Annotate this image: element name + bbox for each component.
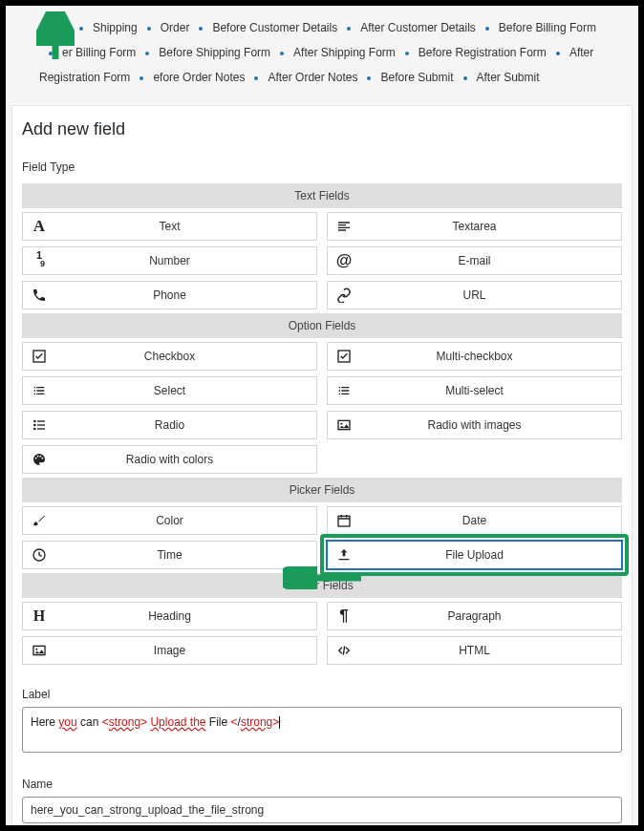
field-type-checkbox[interactable]: Checkbox <box>22 342 317 371</box>
field-type-paragraph[interactable]: ¶Paragraph <box>327 602 622 630</box>
category-header-picker-fields: Picker Fields <box>22 478 622 502</box>
app-window: BillingShippingOrderBefore Customer Deta… <box>6 6 638 825</box>
field-type-grid: Text FieldsATextTextarea19Number@E-mailP… <box>22 183 622 665</box>
tab-separator <box>79 27 83 31</box>
tab-after-shipping-form[interactable]: After Shipping Form <box>293 46 396 59</box>
name-section-title: Name <box>22 770 622 797</box>
fileupload-icon <box>328 547 360 563</box>
tab-separator <box>347 27 351 31</box>
field-type-label: Number <box>55 254 316 267</box>
tab-separator <box>199 27 203 31</box>
field-type-label: Paragraph <box>360 609 621 623</box>
tab-before-customer-details[interactable]: Before Customer Details <box>212 21 337 34</box>
name-input[interactable] <box>22 797 622 823</box>
number-icon: 19 <box>23 249 55 272</box>
field-type-label: Time <box>55 548 316 562</box>
tab-after-order-notes[interactable]: After Order Notes <box>268 71 357 84</box>
tab-before-registration-form[interactable]: Before Registration Form <box>419 46 547 59</box>
category-header-text-fields: Text Fields <box>22 183 622 208</box>
svg-point-14 <box>41 458 43 459</box>
field-type-label: Image <box>55 644 316 657</box>
select-icon <box>23 383 55 398</box>
field-type-label: File Upload <box>360 548 621 562</box>
tab-after-submit[interactable]: After Submit <box>477 71 540 84</box>
tab-separator <box>367 76 371 80</box>
svg-point-5 <box>33 424 36 427</box>
field-type-label: Heading <box>55 609 316 623</box>
category-header-option-fields: Option Fields <box>22 313 622 338</box>
radio-icon <box>23 417 55 433</box>
field-type-number[interactable]: 19Number <box>22 246 317 275</box>
category-grid: HHeading¶ParagraphImageHTML <box>22 602 622 665</box>
tab-separator <box>280 52 284 55</box>
url-icon <box>328 288 360 303</box>
tab-efore-order-notes[interactable]: efore Order Notes <box>153 71 245 84</box>
tab-separator <box>49 52 53 55</box>
tab-shipping[interactable]: Shipping <box>93 21 138 34</box>
field-type-radiocolor[interactable]: Radio with colors <box>22 445 317 474</box>
date-icon <box>328 513 360 528</box>
svg-point-18 <box>35 649 37 650</box>
tab-separator <box>140 76 143 80</box>
tab-order[interactable]: Order <box>161 21 190 34</box>
field-type-label: E-mail <box>360 254 621 267</box>
field-type-select[interactable]: Select <box>22 376 317 405</box>
field-type-html[interactable]: HTML <box>327 636 622 665</box>
field-type-image[interactable]: Image <box>22 636 317 665</box>
field-type-label: Phone <box>55 288 316 302</box>
field-type-fileupload[interactable]: File Upload <box>327 541 622 569</box>
multicheckbox-icon <box>328 349 360 364</box>
tab-bar: BillingShippingOrderBefore Customer Deta… <box>6 6 638 99</box>
field-type-label: HTML <box>360 644 621 657</box>
email-icon: @ <box>328 251 360 270</box>
tab-separator <box>463 76 467 80</box>
field-type-time[interactable]: Time <box>22 541 317 569</box>
tab-after-customer-details[interactable]: After Customer Details <box>360 21 476 34</box>
field-type-label: Date <box>360 514 621 527</box>
field-type-textarea[interactable]: Textarea <box>327 212 622 241</box>
html-icon <box>328 643 360 658</box>
category-grid: ColorDateTimeFile Upload <box>22 506 622 569</box>
field-type-multiselect[interactable]: Multi-select <box>327 376 622 405</box>
add-field-panel: Add new field Field Type Text FieldsATex… <box>11 105 633 825</box>
time-icon <box>23 547 55 563</box>
radiocolor-icon <box>23 452 55 467</box>
category-grid: CheckboxMulti-checkboxSelectMulti-select… <box>22 342 622 474</box>
field-type-label: Multi-select <box>360 384 621 397</box>
tab-billing[interactable]: Billing <box>39 21 70 34</box>
field-type-radio[interactable]: Radio <box>22 411 317 439</box>
field-type-heading[interactable]: HHeading <box>22 602 317 630</box>
tab-separator <box>254 76 258 80</box>
label-section-title: Label <box>22 680 622 707</box>
tab-separator <box>405 52 409 55</box>
tab-er-billing-form[interactable]: er Billing Form <box>62 46 136 59</box>
svg-point-7 <box>33 428 36 431</box>
svg-rect-15 <box>338 516 350 526</box>
field-type-radioimg[interactable]: Radio with images <box>327 411 622 439</box>
label-input[interactable]: Here you can <strong> Upload the File </… <box>22 707 622 753</box>
field-type-date[interactable]: Date <box>327 506 622 535</box>
tab-separator <box>485 27 489 31</box>
image-icon <box>23 643 55 658</box>
category-grid: ATextTextarea19Number@E-mailPhoneURL <box>22 212 622 309</box>
heading-icon: H <box>23 607 55 625</box>
textarea-icon <box>328 219 360 234</box>
field-type-multicheckbox[interactable]: Multi-checkbox <box>327 342 622 371</box>
svg-rect-4 <box>37 420 45 421</box>
field-type-color[interactable]: Color <box>22 506 317 535</box>
field-type-email[interactable]: @E-mail <box>327 246 622 275</box>
tab-before-shipping-form[interactable]: Before Shipping Form <box>159 46 270 59</box>
phone-icon <box>23 288 55 303</box>
field-type-label: Select <box>55 384 316 397</box>
tab-before-billing-form[interactable]: Before Billing Form <box>499 21 596 34</box>
text-icon: A <box>23 217 55 236</box>
svg-point-12 <box>37 456 39 458</box>
field-type-label: Textarea <box>360 220 621 233</box>
field-type-text[interactable]: AText <box>22 212 317 241</box>
field-type-url[interactable]: URL <box>327 281 622 309</box>
category-header-other-fields: Other Fields <box>22 573 622 598</box>
field-type-phone[interactable]: Phone <box>22 281 317 309</box>
svg-point-11 <box>35 458 37 459</box>
field-type-label: Field Type <box>22 153 622 180</box>
tab-before-submit[interactable]: Before Submit <box>380 71 453 84</box>
